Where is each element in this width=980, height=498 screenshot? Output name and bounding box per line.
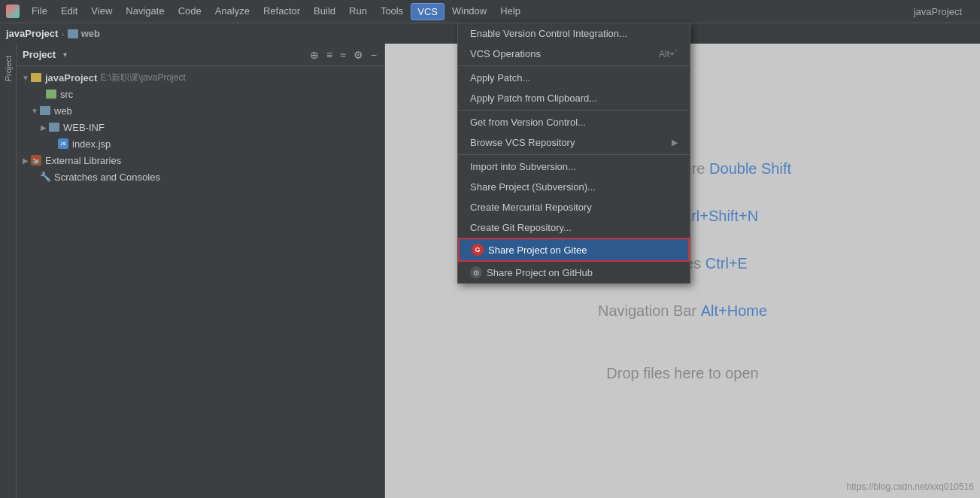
hint-navbar-text: Navigation Bar <box>598 302 696 319</box>
tree-label-src: src <box>60 89 73 100</box>
separator-3 <box>458 154 690 155</box>
src-icon <box>45 89 57 99</box>
menu-refactor[interactable]: Refactor <box>257 3 306 20</box>
tree-path-javaProject: E:\新职课\javaProject <box>100 71 185 84</box>
tree-arrow-webinf: ▶ <box>39 123 48 132</box>
hide-button[interactable]: − <box>369 47 378 62</box>
menu-file[interactable]: File <box>26 3 53 20</box>
breadcrumb-project[interactable]: javaProject <box>6 28 58 39</box>
menu-get-from-vcs[interactable]: Get from Version Control... <box>458 112 690 132</box>
menu-navigate[interactable]: Navigate <box>120 3 170 20</box>
browse-vcs-submenu-arrow: ▶ <box>672 138 678 147</box>
tree-item-scratches[interactable]: 🔧 Scratches and Consoles <box>17 169 384 185</box>
file-tree: ▼ javaProject E:\新职课\javaProject src ▼ <box>17 66 384 498</box>
collapse-all-button[interactable]: ⊕ <box>308 47 320 62</box>
sidebar-tab: Project <box>0 44 17 498</box>
menu-bar: File Edit View Navigate Code Analyze Ref… <box>26 3 908 20</box>
menu-run[interactable]: Run <box>343 3 373 20</box>
panel-toolbar: ⊕ ≡ ≈ ⚙ − <box>308 47 378 62</box>
app-logo <box>6 5 20 18</box>
menu-share-subversion[interactable]: Share Project (Subversion)... <box>458 177 690 197</box>
menu-vcs-operations[interactable]: VCS Operations Alt+` <box>458 44 690 64</box>
webinf-folder-icon <box>48 122 60 132</box>
menu-import-subversion[interactable]: Import into Subversion... <box>458 156 690 177</box>
breadcrumb-sep: › <box>61 28 64 39</box>
hint-search-shortcut: Double Shift <box>709 160 791 177</box>
tree-item-external-libraries[interactable]: ▶ 📚 External Libraries <box>17 152 384 169</box>
hint-recent-shortcut: Ctrl+E <box>705 255 748 272</box>
tree-item-web[interactable]: ▼ web <box>17 102 384 119</box>
separator-2 <box>458 110 690 111</box>
tree-item-javaProject[interactable]: ▼ javaProject E:\新职课\javaProject <box>17 69 384 86</box>
vcs-dropdown-menu: Enable Version Control Integration... VC… <box>457 23 690 284</box>
tree-label-web: web <box>54 105 72 117</box>
tree-arrow-web: ▼ <box>30 107 39 115</box>
drop-hint: Drop files here to open <box>606 365 758 382</box>
gitee-icon: G <box>472 244 484 256</box>
scroll-from-source-button[interactable]: ≡ <box>325 47 334 62</box>
menu-browse-vcs[interactable]: Browse VCS Repository ▶ <box>458 132 690 153</box>
ext-lib-icon: 📚 <box>30 155 42 165</box>
panel-dropdown-arrow[interactable]: ▾ <box>63 50 67 59</box>
tree-label-javaProject: javaProject <box>45 72 97 84</box>
project-icon <box>30 72 42 83</box>
tree-item-indexjsp[interactable]: JS index.jsp <box>17 135 384 152</box>
tree-label-indexjsp: index.jsp <box>72 138 111 150</box>
settings-button[interactable]: ⚙ <box>352 47 365 62</box>
tree-item-webinf[interactable]: ▶ WEB-INF <box>17 119 384 135</box>
panel-title: Project <box>23 49 56 60</box>
separator-1 <box>458 65 690 66</box>
project-panel: Project ▾ ⊕ ≡ ≈ ⚙ − ▼ javaProject E:\新职课… <box>17 44 385 498</box>
tree-label-scratches: Scratches and Consoles <box>54 172 160 183</box>
menu-share-gitee[interactable]: G Share Project on Gitee <box>458 238 690 262</box>
menu-apply-patch[interactable]: Apply Patch... <box>458 68 690 88</box>
menu-view[interactable]: View <box>85 3 118 20</box>
breadcrumb-folder-icon <box>68 29 78 38</box>
scratch-icon: 🔧 <box>39 172 51 182</box>
share-github-label: Share Project on GitHub <box>487 267 593 278</box>
hint-navbar: Navigation Bar Alt+Home <box>598 302 767 320</box>
tree-arrow-extlib: ▶ <box>21 156 30 165</box>
menu-build[interactable]: Build <box>308 3 341 20</box>
menu-tools[interactable]: Tools <box>375 3 409 20</box>
share-gitee-label: Share Project on Gitee <box>488 244 587 256</box>
github-icon: ⊙ <box>470 266 482 278</box>
jsp-file-icon: JS <box>57 138 69 149</box>
breadcrumb-folder[interactable]: web <box>81 28 100 39</box>
menu-edit[interactable]: Edit <box>55 3 83 20</box>
tree-label-external-libraries: External Libraries <box>45 155 121 166</box>
menu-share-github[interactable]: ⊙ Share Project on GitHub <box>458 262 690 283</box>
web-folder-icon <box>39 105 51 116</box>
project-panel-header: Project ▾ ⊕ ≡ ≈ ⚙ − <box>17 44 384 66</box>
menu-help[interactable]: Help <box>494 3 526 20</box>
tree-label-webinf: WEB-INF <box>63 122 105 133</box>
title-bar: File Edit View Navigate Code Analyze Ref… <box>0 0 980 23</box>
expand-button[interactable]: ≈ <box>338 47 347 62</box>
tree-item-src[interactable]: src <box>17 86 384 102</box>
menu-apply-patch-clipboard[interactable]: Apply Patch from Clipboard... <box>458 88 690 108</box>
hint-navbar-shortcut: Alt+Home <box>701 302 767 319</box>
menu-create-mercurial[interactable]: Create Mercurial Repository <box>458 197 690 217</box>
menu-enable-vcs[interactable]: Enable Version Control Integration... <box>458 23 690 44</box>
menu-window[interactable]: Window <box>446 3 493 20</box>
menu-vcs[interactable]: VCS <box>411 3 444 20</box>
watermark: https://blog.csdn.net/xxq010516 <box>847 481 974 492</box>
menu-analyze[interactable]: Analyze <box>209 3 256 20</box>
menu-create-git[interactable]: Create Git Repository... <box>458 217 690 238</box>
menu-code[interactable]: Code <box>172 3 208 20</box>
sidebar-tab-label[interactable]: Project <box>2 50 15 87</box>
vcs-operations-shortcut: Alt+` <box>659 49 678 59</box>
tree-arrow-javaProject: ▼ <box>21 74 30 82</box>
project-name: javaProject <box>914 6 974 17</box>
